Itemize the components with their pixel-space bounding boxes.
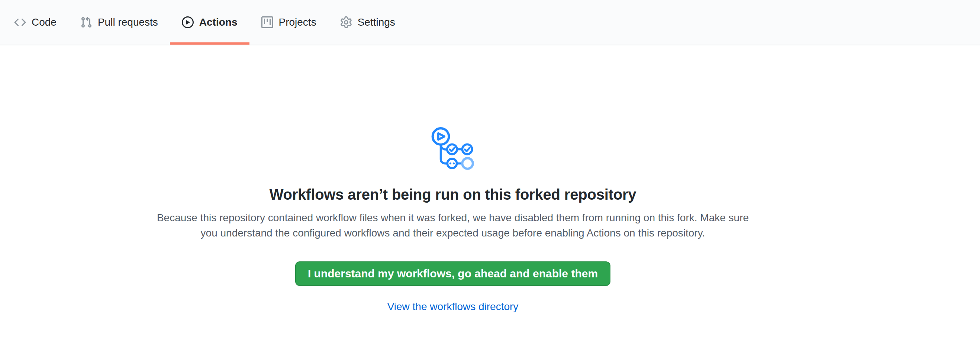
tab-label: Actions (199, 17, 237, 27)
gear-icon (340, 16, 352, 28)
actions-disabled-blankslate: Workflows aren’t being run on this forke… (0, 45, 906, 313)
tab-label: Pull requests (98, 17, 158, 27)
tab-code[interactable]: Code (2, 0, 68, 44)
blankslate-description: Because this repository contained workfl… (152, 210, 754, 241)
blankslate-heading: Workflows aren’t being run on this forke… (269, 186, 636, 203)
tab-projects[interactable]: Projects (250, 0, 328, 44)
tab-label: Projects (279, 17, 317, 27)
view-workflows-directory-link[interactable]: View the workflows directory (387, 301, 519, 313)
tab-settings[interactable]: Settings (328, 0, 407, 44)
project-board-icon (261, 16, 273, 28)
git-pull-request-icon (80, 16, 92, 28)
workflow-graph-icon (428, 125, 477, 174)
play-circle-icon (182, 16, 194, 28)
repo-nav: Code Pull requests Actions Projects Sett… (0, 0, 980, 45)
enable-workflows-button[interactable]: I understand my workflows, go ahead and … (295, 261, 611, 286)
tab-pull-requests[interactable]: Pull requests (68, 0, 170, 44)
tab-actions[interactable]: Actions (170, 0, 250, 44)
code-icon (14, 16, 26, 28)
tab-label: Settings (358, 17, 395, 27)
tab-label: Code (32, 17, 57, 27)
